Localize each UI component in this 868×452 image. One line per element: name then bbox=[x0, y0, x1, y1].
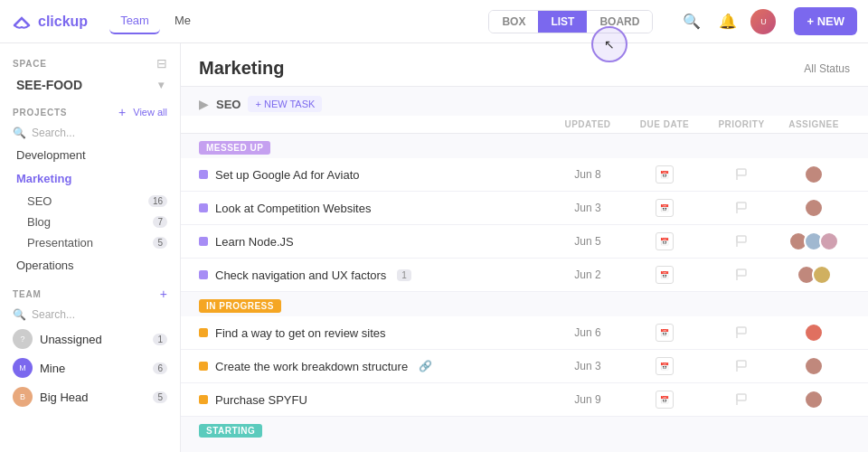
blog-label: Blog bbox=[27, 215, 51, 229]
assignee-avatar bbox=[804, 356, 824, 376]
svg-rect-0 bbox=[737, 169, 746, 175]
task-name: Purchase SPYFU bbox=[215, 393, 307, 407]
group-in-progress: IN PROGRESS Find a way to get on review … bbox=[181, 292, 868, 417]
view-tab-list[interactable]: LIST bbox=[538, 11, 587, 33]
priority-cell bbox=[705, 232, 778, 250]
nav-tabs: Team Me bbox=[109, 8, 202, 34]
due-date-cell: 📅 bbox=[624, 391, 705, 409]
team-header: TEAM + bbox=[0, 278, 180, 305]
sidebar-sub-seo[interactable]: SEO 16 bbox=[0, 191, 180, 212]
team-member-unassigned[interactable]: ? Unassigned 1 bbox=[0, 325, 180, 353]
add-team-icon[interactable]: + bbox=[160, 287, 167, 301]
calendar-icon[interactable]: 📅 bbox=[656, 199, 674, 217]
priority-cell bbox=[705, 324, 778, 342]
table-row[interactable]: Look at Competition Websites Jun 3 📅 bbox=[181, 192, 868, 225]
table-row[interactable]: Check navigation and UX factors 1 Jun 2 … bbox=[181, 259, 868, 292]
priority-flag-icon[interactable] bbox=[732, 324, 750, 342]
sidebar-project-search[interactable]: 🔍 Search... bbox=[0, 123, 180, 143]
projects-actions: + View all bbox=[118, 105, 167, 119]
col-updated: UPDATED bbox=[552, 119, 624, 129]
priority-flag-icon[interactable] bbox=[732, 165, 750, 184]
calendar-icon[interactable]: 📅 bbox=[656, 357, 674, 375]
logo-icon bbox=[11, 11, 33, 33]
priority-flag-icon[interactable] bbox=[732, 391, 750, 409]
sidebar-sub-blog[interactable]: Blog 7 bbox=[0, 212, 180, 232]
assignee-avatar bbox=[804, 390, 824, 410]
projects-label: PROJECTS bbox=[13, 108, 67, 118]
task-name: Find a way to get on review sites bbox=[215, 326, 386, 340]
user-avatar[interactable]: U bbox=[750, 9, 776, 34]
sidebar: SPACE ⊟ SEE-FOOD ▾ PROJECTS + View all 🔍… bbox=[0, 43, 181, 452]
svg-rect-2 bbox=[737, 202, 746, 209]
team-member-mine[interactable]: M Mine 6 bbox=[0, 353, 180, 382]
bighead-label: Big Head bbox=[40, 391, 88, 404]
priority-flag-icon[interactable] bbox=[732, 357, 750, 375]
priority-flag-icon[interactable] bbox=[732, 199, 750, 217]
view-tab-board[interactable]: BOARD bbox=[587, 11, 652, 33]
search-label: Search... bbox=[32, 127, 75, 139]
assignee-avatar bbox=[819, 231, 839, 251]
content-header: Marketing All Status bbox=[181, 43, 868, 87]
calendar-icon[interactable]: 📅 bbox=[656, 391, 674, 409]
view-all-link[interactable]: View all bbox=[133, 107, 167, 118]
task-updated: Jun 3 bbox=[552, 202, 624, 214]
new-button[interactable]: + NEW bbox=[794, 7, 857, 35]
svg-rect-4 bbox=[737, 236, 746, 242]
team-search-icon: 🔍 bbox=[13, 308, 26, 321]
table-row[interactable]: Purchase SPYFU Jun 9 📅 bbox=[181, 383, 868, 417]
sidebar-filter-icon[interactable]: ⊟ bbox=[156, 56, 167, 71]
due-date-cell: 📅 bbox=[624, 324, 705, 342]
space-name-item[interactable]: SEE-FOOD ▾ bbox=[4, 73, 176, 97]
view-tab-box[interactable]: BOX bbox=[489, 11, 538, 33]
calendar-icon[interactable]: 📅 bbox=[656, 165, 674, 184]
table-row[interactable]: Set up Google Ad for Aviato Jun 8 📅 bbox=[181, 158, 868, 192]
sidebar-item-development[interactable]: Development bbox=[4, 144, 176, 166]
task-updated: Jun 9 bbox=[552, 393, 624, 406]
task-name: Look at Competition Websites bbox=[215, 202, 371, 215]
presentation-badge: 5 bbox=[153, 237, 167, 249]
team-member-bighead[interactable]: B Big Head 5 bbox=[0, 382, 180, 411]
assignee-cell bbox=[778, 198, 850, 218]
operations-label: Operations bbox=[16, 259, 74, 272]
task-status-dot bbox=[199, 203, 208, 212]
link-icon: 🔗 bbox=[419, 360, 432, 372]
space-chevron-icon: ▾ bbox=[158, 79, 164, 91]
mine-label: Mine bbox=[40, 362, 65, 375]
assignee-avatar bbox=[804, 323, 824, 343]
priority-cell bbox=[705, 199, 778, 217]
col-assignee: ASSIGNEE bbox=[778, 119, 850, 129]
all-status-button[interactable]: All Status bbox=[804, 62, 850, 75]
sidebar-team-search[interactable]: 🔍 Search... bbox=[0, 305, 180, 325]
table-row[interactable]: Find a way to get on review sites Jun 6 … bbox=[181, 316, 868, 350]
task-status-dot bbox=[199, 328, 208, 337]
notifications-icon[interactable]: 🔔 bbox=[714, 8, 741, 35]
nav-tab-team[interactable]: Team bbox=[109, 8, 160, 34]
priority-flag-icon[interactable] bbox=[732, 266, 750, 284]
due-date-cell: 📅 bbox=[624, 165, 705, 184]
sidebar-item-marketing[interactable]: Marketing bbox=[4, 167, 176, 190]
mine-count: 6 bbox=[153, 363, 167, 374]
section-header: ▶ SEO + NEW TASK bbox=[181, 87, 868, 116]
add-project-icon[interactable]: + bbox=[118, 105, 126, 119]
search-icon[interactable]: 🔍 bbox=[678, 8, 705, 35]
priority-cell bbox=[705, 357, 778, 375]
table-row[interactable]: Learn Node.JS Jun 5 📅 bbox=[181, 225, 868, 259]
logo: clickup bbox=[11, 11, 88, 33]
new-task-button[interactable]: + NEW TASK bbox=[248, 96, 322, 112]
calendar-icon[interactable]: 📅 bbox=[656, 324, 674, 342]
task-name: Learn Node.JS bbox=[215, 235, 294, 249]
section-toggle-icon[interactable]: ▶ bbox=[199, 97, 209, 111]
priority-flag-icon[interactable] bbox=[732, 232, 750, 250]
task-updated: Jun 8 bbox=[552, 168, 624, 181]
calendar-icon[interactable]: 📅 bbox=[656, 232, 674, 250]
sidebar-item-operations[interactable]: Operations bbox=[4, 254, 176, 277]
svg-rect-6 bbox=[737, 269, 746, 276]
assignee-cell bbox=[778, 265, 850, 285]
team-search-label: Search... bbox=[32, 308, 75, 321]
calendar-icon[interactable]: 📅 bbox=[656, 266, 674, 284]
nav-tab-me[interactable]: Me bbox=[164, 8, 202, 34]
sidebar-sub-presentation[interactable]: Presentation 5 bbox=[0, 232, 180, 253]
col-due-date: DUE DATE bbox=[624, 119, 705, 129]
task-status-dot bbox=[199, 395, 208, 404]
table-row[interactable]: Create the work breakdown structure 🔗 Ju… bbox=[181, 350, 868, 383]
